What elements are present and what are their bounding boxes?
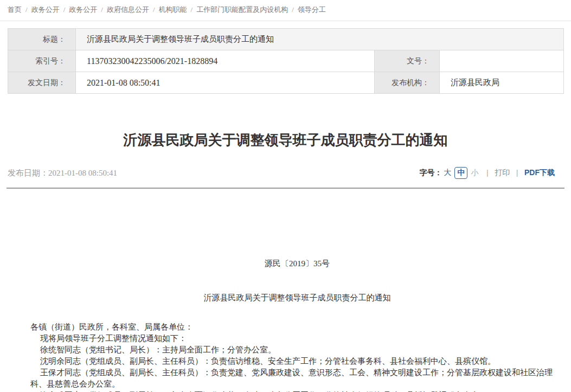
breadcrumb-separator: / bbox=[292, 5, 294, 14]
document-meta-table: 标题： 沂源县民政局关于调整领导班子成员职责分工的通知 索引号： 1137032… bbox=[8, 28, 564, 94]
agency-value: 沂源县民政局 bbox=[440, 72, 564, 94]
doc-number-label: 文号： bbox=[375, 50, 440, 72]
fontsize-medium-button[interactable]: 中 bbox=[454, 167, 467, 179]
pdf-download-button[interactable]: PDF下载 bbox=[524, 168, 555, 178]
fontsize-label: 字号： bbox=[419, 168, 442, 178]
breadcrumb-link-home[interactable]: 首页 bbox=[8, 5, 22, 14]
publish-date-value: 2021-01-08 08:50:41 bbox=[48, 169, 117, 177]
publish-date: 发布日期：2021-01-08 08:50:41 bbox=[8, 168, 117, 178]
breadcrumb-separator: / bbox=[25, 5, 28, 14]
breadcrumb-link-leader-division[interactable]: 领导分工 bbox=[298, 5, 326, 14]
doc-subtitle-line: 沂源县民政局关于调整领导班子成员职责分工的通知 bbox=[30, 292, 564, 304]
table-row-date: 发文日期： 2021-01-08 08:50:41 发布机构： 沂源县民政局 bbox=[8, 72, 564, 94]
breadcrumb-separator: / bbox=[191, 5, 193, 14]
title-label: 标题： bbox=[8, 29, 76, 50]
print-button[interactable]: 打印 bbox=[495, 168, 510, 178]
breadcrumb-separator: / bbox=[101, 5, 103, 14]
fontsize-large-button[interactable]: 大 bbox=[444, 168, 451, 178]
document-meta-table-wrap: 标题： 沂源县民政局关于调整领导班子成员职责分工的通知 索引号： 1137032… bbox=[0, 21, 571, 94]
article-meta-row: 发布日期：2021-01-08 08:50:41 字号： 大 中 小 | 打印 … bbox=[0, 167, 571, 179]
breadcrumb-separator: / bbox=[63, 5, 66, 14]
paragraph-salutation: 各镇（街道）民政所，各科室、局属各单位： bbox=[30, 322, 564, 333]
paragraph-leader-2: 沈明余同志（党组成员、副局长、主任科员）：负责信访维稳、安全生产工作；分管社会事… bbox=[30, 356, 564, 367]
table-row-index: 索引号： 113703230042235006/2021-1828894 文号： bbox=[8, 50, 564, 72]
breadcrumb-link-functions[interactable]: 机构职能 bbox=[159, 5, 187, 14]
issue-date-label: 发文日期： bbox=[8, 72, 76, 94]
toolbar-divider: | bbox=[486, 169, 488, 177]
article-top-spacer bbox=[30, 189, 564, 258]
issue-date-value: 2021-01-08 08:50:41 bbox=[76, 72, 375, 94]
article-body: 源民〔2019〕35号 沂源县民政局关于调整领导班子成员职责分工的通知 各镇（街… bbox=[0, 189, 571, 392]
doc-number-value bbox=[440, 50, 564, 72]
toolbar-divider: | bbox=[516, 169, 518, 177]
breadcrumb-separator: / bbox=[153, 5, 155, 14]
index-number-label: 索引号： bbox=[8, 50, 76, 72]
title-value: 沂源县民政局关于调整领导班子成员职责分工的通知 bbox=[76, 29, 564, 50]
breadcrumb-link-zwgk-1[interactable]: 政务公开 bbox=[31, 5, 60, 14]
table-row-title: 标题： 沂源县民政局关于调整领导班子成员职责分工的通知 bbox=[8, 29, 564, 50]
breadcrumb-link-zwgk-2[interactable]: 政务公开 bbox=[69, 5, 97, 14]
page-title: 沂源县民政局关于调整领导班子成员职责分工的通知 bbox=[0, 131, 571, 150]
article-toolbar: 字号： 大 中 小 | 打印 | PDF下载 bbox=[419, 167, 555, 179]
agency-label: 发布机构： bbox=[375, 72, 440, 94]
paragraph-intro: 现将局领导班子分工调整情况通知如下： bbox=[30, 333, 564, 344]
publish-date-label: 发布日期： bbox=[8, 169, 48, 177]
fontsize-small-button[interactable]: 小 bbox=[471, 168, 478, 178]
issue-date-text: 2021-01-08 08:50:41 bbox=[87, 78, 161, 87]
index-number-text: 113703230042235006/2021-1828894 bbox=[87, 56, 217, 66]
doc-paragraphs: 各镇（街道）民政所，各科室、局属各单位： 现将局领导班子分工调整情况通知如下： … bbox=[30, 322, 564, 392]
breadcrumb-link-info-disclosure[interactable]: 政府信息公开 bbox=[107, 5, 149, 14]
doc-number-line: 源民〔2019〕35号 bbox=[30, 258, 564, 269]
paragraph-leader-1: 徐统智同志（党组书记、局长）：主持局全面工作；分管办公室。 bbox=[30, 344, 564, 356]
breadcrumb-link-dept-config[interactable]: 工作部门职能配置及内设机构 bbox=[196, 5, 288, 14]
paragraph-leader-4: 许永成同志（党组成员、副局长）：负责全面深化改革、人才、政务公开工作；分管社会组… bbox=[30, 390, 564, 392]
index-number-value: 113703230042235006/2021-1828894 bbox=[76, 50, 375, 72]
breadcrumb: 首页/政务公开/政务公开/政府信息公开/机构职能/工作部门职能配置及内设机构/领… bbox=[0, 0, 571, 21]
paragraph-leader-3: 王保才同志（党组成员、副局长、主任科员）：负责党建、党风廉政建设、意识形态、工会… bbox=[30, 367, 564, 390]
